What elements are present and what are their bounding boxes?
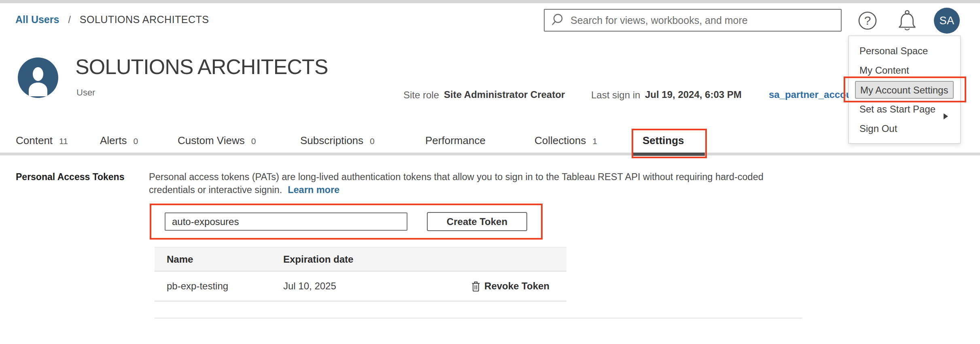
token-expiration-cell: Jul 10, 2025 [283, 280, 471, 292]
account-menu: Personal Space My Content My Account Set… [848, 36, 961, 144]
account-avatar-button[interactable]: SA [934, 8, 960, 34]
active-tab-indicator [633, 153, 705, 156]
username-link[interactable]: sa_partner_accou [769, 89, 848, 100]
help-icon: ? [857, 11, 878, 31]
search-input[interactable] [571, 11, 841, 30]
revoke-token-label: Revoke Token [484, 280, 549, 292]
window-top-strip [0, 0, 980, 3]
menu-item-personal-space[interactable]: Personal Space [849, 41, 960, 61]
tableau-user-settings-page: All Users / SOLUTIONS ARCHITECTS ? SA [0, 0, 980, 344]
user-avatar [18, 57, 58, 98]
tab-label: Performance [425, 134, 486, 147]
tab-label: Content [16, 134, 53, 147]
pat-description-line2: credentials or interactive signin. [149, 185, 282, 195]
tab-count: 0 [133, 136, 138, 146]
breadcrumb-separator: / [68, 15, 70, 25]
menu-item-set-as-start-page[interactable]: Set as Start Page [849, 100, 960, 119]
svg-text:?: ? [864, 14, 871, 27]
tab-count: 0 [370, 136, 375, 146]
menu-item-sign-out[interactable]: Sign Out [849, 119, 960, 138]
breadcrumb-current-user: SOLUTIONS ARCHITECTS [80, 14, 209, 25]
menu-item-label: Set as Start Page [859, 104, 935, 115]
token-table-header: Name Expiration date [155, 247, 566, 272]
tab-subscriptions[interactable]: Subscriptions 0 [300, 134, 375, 153]
column-header-expiration: Expiration date [283, 254, 566, 265]
breadcrumb: All Users / SOLUTIONS ARCHITECTS [15, 14, 209, 25]
pat-section-label: Personal Access Tokens [16, 172, 124, 183]
token-table-row: pb-exp-testing Jul 10, 2025 Revoke Token [155, 272, 566, 302]
tab-label: Settings [643, 134, 684, 147]
notifications-button[interactable] [897, 9, 918, 31]
tab-label: Alerts [100, 134, 127, 147]
site-role-label: Site role [403, 89, 439, 101]
last-sign-in-value: Jul 19, 2024, 6:03 PM [645, 89, 742, 100]
site-role-value: Site Administrator Creator [444, 89, 565, 100]
menu-item-my-content[interactable]: My Content [849, 61, 960, 80]
menu-item-my-account-settings[interactable]: My Account Settings [855, 81, 954, 99]
bell-icon [897, 9, 918, 31]
help-button[interactable]: ? [857, 11, 878, 31]
create-token-button[interactable]: Create Token [427, 212, 527, 231]
token-name-cell: pb-exp-testing [155, 280, 283, 292]
person-icon [18, 57, 58, 98]
tab-custom-views[interactable]: Custom Views 0 [178, 134, 256, 153]
tab-content[interactable]: Content 11 [16, 134, 68, 153]
tab-performance[interactable]: Performance [425, 134, 492, 153]
token-name-input[interactable] [165, 212, 407, 231]
column-header-name: Name [155, 254, 283, 265]
last-sign-in-label: Last sign in [591, 89, 640, 101]
revoke-token-button[interactable]: Revoke Token [471, 280, 549, 292]
breadcrumb-all-users-link[interactable]: All Users [15, 14, 59, 25]
pat-description: Personal access tokens (PATs) are long-l… [149, 170, 804, 196]
tab-label: Subscriptions [300, 134, 363, 147]
search-bar[interactable] [544, 9, 842, 32]
tab-bar-divider [0, 153, 980, 155]
avatar-initials: SA [939, 15, 954, 27]
section-divider [155, 318, 802, 319]
tab-collections[interactable]: Collections 1 [535, 134, 597, 153]
tab-count: 1 [592, 136, 597, 146]
tab-settings[interactable]: Settings [643, 134, 684, 153]
tab-label: Custom Views [178, 134, 245, 147]
token-table: Name Expiration date pb-exp-testing Jul … [155, 247, 566, 302]
tab-count: 11 [59, 136, 68, 146]
tab-alerts[interactable]: Alerts 0 [100, 134, 138, 153]
tab-label: Collections [535, 134, 586, 147]
pat-description-line1: Personal access tokens (PATs) are long-l… [149, 172, 764, 182]
search-icon [551, 13, 566, 28]
page-title: SOLUTIONS ARCHITECTS [75, 55, 328, 79]
user-type-label: User [76, 87, 95, 98]
learn-more-link[interactable]: Learn more [288, 185, 339, 195]
tab-count: 0 [251, 136, 256, 146]
trash-icon [471, 281, 480, 292]
